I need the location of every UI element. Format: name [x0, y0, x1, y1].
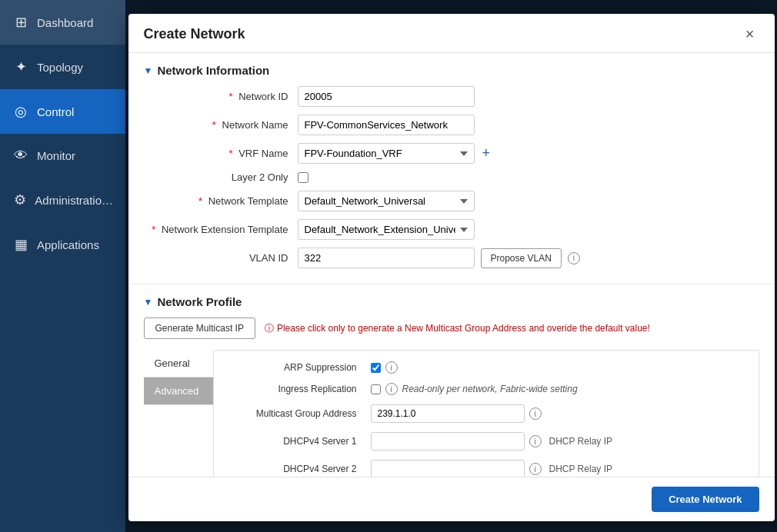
ingress-replication-label: Ingress Replication — [226, 384, 365, 394]
sidebar-item-label: Dashboard — [37, 16, 93, 29]
network-information-title: Network Information — [157, 64, 269, 77]
vrf-add-button[interactable]: + — [479, 145, 494, 161]
vrf-name-label: * VRF Name — [144, 148, 298, 159]
network-template-label: * Network Template — [144, 195, 298, 207]
network-extension-template-select[interactable]: Default_Network_Extension_Univer — [298, 219, 475, 240]
sidebar-item-control[interactable]: ◎ Control — [0, 89, 125, 134]
network-name-row: * Network Name — [144, 115, 759, 135]
sidebar: ⊞ Dashboard ✦ Topology ◎ Control 👁 Monit… — [0, 0, 125, 532]
dialog-title: Create Network — [144, 26, 245, 42]
administration-icon: ⚙ — [12, 191, 27, 208]
dialog-overlay: Create Network × ▼ Network Information *… — [125, 0, 777, 532]
dhcpv4-server2-input[interactable] — [371, 460, 525, 477]
network-id-row: * Network ID — [144, 86, 759, 107]
dhcpv4-server1-info-icon[interactable]: i — [529, 435, 542, 447]
sidebar-item-label: Administratio… — [35, 194, 113, 207]
dhcpv4-server2-hint: DHCP Relay IP — [549, 464, 612, 474]
dhcpv4-server2-label: DHCPv4 Server 2 — [226, 464, 365, 474]
create-network-button[interactable]: Create Network — [652, 487, 759, 512]
arp-suppression-row: ARP Suppression i — [226, 361, 746, 374]
network-template-row: * Network Template Default_Network_Unive… — [144, 191, 759, 211]
close-button[interactable]: × — [741, 25, 759, 43]
dhcpv4-server2-info-icon[interactable]: i — [529, 463, 542, 475]
sidebar-item-applications[interactable]: ▦ Applications — [0, 222, 125, 267]
sidebar-item-dashboard[interactable]: ⊞ Dashboard — [0, 0, 125, 45]
tab-advanced[interactable]: Advanced — [144, 377, 213, 405]
vrf-name-row: * VRF Name FPV-Foundation_VRF + — [144, 143, 759, 164]
dhcpv4-server1-input[interactable] — [371, 432, 525, 451]
network-template-select[interactable]: Default_Network_Universal — [298, 191, 475, 211]
multicast-info-icon[interactable]: i — [529, 407, 542, 420]
section-header-network-info: ▼ Network Information — [144, 64, 759, 77]
sidebar-item-label: Control — [37, 105, 74, 118]
network-extension-template-row: * Network Extension Template Default_Net… — [144, 219, 759, 240]
advanced-tab-content: ARP Suppression i Ingress Repli — [213, 350, 759, 477]
vrf-name-select-wrap: FPV-Foundation_VRF + — [298, 143, 494, 164]
profile-tabs: General Advanced — [144, 350, 213, 477]
dialog-footer: Create Network — [128, 477, 775, 521]
network-information-section: ▼ Network Information * Network ID — [128, 53, 775, 284]
layer2-only-row: Layer 2 Only — [144, 171, 759, 183]
vlan-info-icon[interactable]: i — [568, 252, 580, 264]
ingress-replication-row: Ingress Replication i Read-only per netw… — [226, 383, 746, 395]
multicast-group-row: Multicast Group Address i — [226, 404, 746, 423]
collapse-arrow-icon[interactable]: ▼ — [144, 65, 153, 76]
multicast-warning: ⓘ Please click only to generate a New Mu… — [265, 322, 650, 335]
applications-icon: ▦ — [12, 236, 29, 253]
vlan-id-row: VLAN ID Propose VLAN i — [144, 248, 759, 268]
main-content: Create Network × ▼ Network Information *… — [125, 0, 777, 532]
propose-vlan-button[interactable]: Propose VLAN — [481, 248, 562, 268]
section-header-network-profile: ▼ Network Profile — [144, 295, 759, 308]
create-network-dialog: Create Network × ▼ Network Information *… — [128, 14, 775, 521]
control-icon: ◎ — [12, 103, 29, 120]
network-name-label: * Network Name — [144, 119, 298, 131]
vrf-name-select[interactable]: FPV-Foundation_VRF — [298, 143, 475, 164]
layer2-only-label: Layer 2 Only — [144, 171, 298, 183]
network-name-input[interactable] — [298, 115, 475, 135]
tab-general[interactable]: General — [144, 350, 213, 377]
multicast-group-input[interactable] — [371, 404, 525, 423]
dhcpv4-server1-label: DHCPv4 Server 1 — [226, 436, 365, 447]
sidebar-item-label: Monitor — [37, 149, 75, 162]
vlan-id-label: VLAN ID — [144, 252, 298, 264]
profile-body: General Advanced ARP Suppression — [144, 350, 759, 477]
ingress-replication-checkbox[interactable] — [371, 384, 381, 394]
dashboard-icon: ⊞ — [12, 14, 29, 31]
arp-suppression-label: ARP Suppression — [226, 362, 365, 373]
topology-icon: ✦ — [12, 58, 29, 75]
layer2-only-checkbox[interactable] — [298, 172, 308, 183]
sidebar-item-label: Applications — [37, 238, 99, 251]
dhcpv4-server1-row: DHCPv4 Server 1 i DHCP Relay IP — [226, 432, 746, 451]
dialog-header: Create Network × — [128, 14, 775, 53]
profile-actions: Generate Multicast IP ⓘ Please click onl… — [144, 318, 759, 339]
ingress-info-icon[interactable]: i — [385, 383, 398, 395]
monitor-icon: 👁 — [12, 148, 29, 164]
network-id-input[interactable] — [298, 86, 475, 107]
collapse-arrow-profile-icon[interactable]: ▼ — [144, 297, 153, 308]
network-profile-title: Network Profile — [157, 295, 242, 308]
sidebar-item-label: Topology — [37, 61, 83, 74]
multicast-group-label: Multicast Group Address — [226, 408, 365, 419]
network-id-label: * Network ID — [144, 91, 298, 102]
dialog-body: ▼ Network Information * Network ID — [128, 53, 775, 477]
network-extension-template-label: * Network Extension Template — [144, 224, 298, 235]
arp-suppression-checkbox[interactable] — [371, 363, 381, 373]
network-profile-section: ▼ Network Profile Generate Multicast IP … — [128, 284, 775, 477]
ingress-readonly-text: Read-only per network, Fabric-wide setti… — [402, 384, 578, 394]
sidebar-item-topology[interactable]: ✦ Topology — [0, 45, 125, 89]
arp-info-icon[interactable]: i — [385, 361, 398, 374]
sidebar-item-monitor[interactable]: 👁 Monitor — [0, 134, 125, 178]
dhcpv4-server1-hint: DHCP Relay IP — [549, 436, 612, 447]
dhcpv4-server2-row: DHCPv4 Server 2 i DHCP Relay IP — [226, 460, 746, 477]
generate-multicast-button[interactable]: Generate Multicast IP — [144, 318, 255, 339]
vlan-id-input[interactable] — [298, 248, 475, 268]
sidebar-item-administration[interactable]: ⚙ Administratio… — [0, 178, 125, 222]
vlan-id-input-row: Propose VLAN i — [298, 248, 580, 268]
